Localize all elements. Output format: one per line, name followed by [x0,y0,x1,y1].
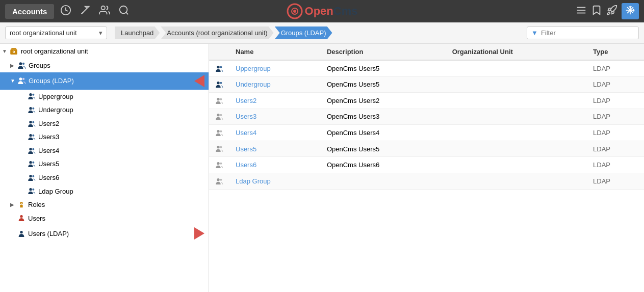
row-name[interactable]: Users2 [229,93,321,109]
tree-item-uppergroup[interactable]: Uppergroup [0,90,209,103]
root-icon [9,46,18,56]
row-org-unit [446,60,587,76]
tree-users-label: Users [28,215,204,222]
tree-panel: ▼ root organizational unit ▶ [0,44,209,292]
tree-item-root[interactable]: ▼ root organizational unit [0,44,209,59]
row-description: OpenCms Users5 [321,60,446,76]
row-org-unit [446,93,587,109]
row-name[interactable]: Users6 [229,157,321,173]
row-name[interactable]: Uppergroup [229,60,321,76]
tree-item-users-ldap[interactable]: Users (LDAP) [0,225,209,242]
row-name[interactable]: Users3 [229,109,321,125]
tree-item-users[interactable]: Users [0,211,209,225]
row-name-link[interactable]: Users4 [236,129,256,137]
tree-root-label: root organizational unit [21,47,204,55]
tree-users6-label: Users6 [38,174,204,181]
toggle-root: ▼ [2,48,9,54]
row-name[interactable]: Users4 [229,125,321,141]
svg-point-22 [13,51,14,52]
rocket-icon[interactable] [606,5,617,18]
toolbar-row: root organizational unit ▾ Launchpad Acc… [0,22,644,44]
row-name-link[interactable]: Users6 [236,161,256,169]
users2-icon [28,119,36,128]
svg-point-46 [20,215,22,218]
svg-point-49 [220,66,222,68]
svg-point-41 [29,188,32,191]
svg-point-3 [101,6,105,9]
row-org-unit [446,109,587,125]
org-unit-select[interactable]: root organizational unit ▾ [5,26,107,39]
row-name[interactable]: Users5 [229,141,321,157]
tree-users2-label: Users2 [38,120,204,127]
row-icon-cell [209,125,229,141]
row-description: OpenCms Users5 [321,141,446,157]
groups-ldap-icon [17,76,26,85]
row-name-link[interactable]: Ldap Group [236,177,271,185]
header-left: Accounts [5,3,132,20]
menu-icon[interactable] [576,5,587,18]
svg-point-28 [32,94,34,96]
tree-item-groups[interactable]: ▶ Groups [0,59,209,72]
wand-icon[interactable] [78,3,93,20]
filter-box: ▼ [527,26,639,39]
svg-point-8 [293,10,296,13]
filter-input[interactable] [541,29,634,37]
row-name-link[interactable]: Uppergroup [236,65,271,72]
history-icon[interactable] [58,3,73,20]
row-org-unit [446,125,587,141]
table-row: Users5OpenCms Users5LDAP [209,141,644,157]
svg-line-2 [82,12,84,14]
row-icon-cell [209,76,229,93]
tree-item-users6[interactable]: Users6 [0,171,209,184]
tree-item-users3[interactable]: Users3 [0,130,209,144]
tree-item-users5[interactable]: Users5 [0,157,209,171]
tree-ldap-group-label: Ldap Group [38,188,204,195]
snowflake-button[interactable] [622,3,639,19]
svg-point-57 [220,130,222,132]
tree-item-users4[interactable]: Users4 [0,144,209,157]
groups-table: Name Description Organizational Unit Typ… [209,44,644,190]
row-type: LDAP [587,76,644,93]
row-name-link[interactable]: Users5 [236,145,256,153]
tree-item-undergroup[interactable]: Undergroup [0,103,209,117]
tree-item-roles[interactable]: ▶ Roles [0,198,209,211]
row-type: LDAP [587,157,644,173]
breadcrumb-accounts[interactable]: Accounts (root organizational unit) [161,26,273,39]
svg-point-63 [220,178,222,180]
row-org-unit [446,141,587,157]
svg-point-33 [29,134,32,137]
breadcrumb-groups-ldap[interactable]: Groups (LDAP) [275,26,332,39]
row-name[interactable]: Ldap Group [229,173,321,189]
svg-point-51 [220,82,222,84]
row-name[interactable]: Undergroup [229,76,321,93]
breadcrumb-launchpad[interactable]: Launchpad [115,26,160,39]
svg-point-61 [220,163,222,165]
tree-item-ldap-group[interactable]: Ldap Group [0,184,209,198]
red-arrow-right [194,75,204,87]
svg-point-54 [217,114,219,116]
table-row: Users6OpenCms Users6LDAP [209,157,644,173]
header: Accounts [0,0,644,22]
table-panel: Name Description Organizational Unit Typ… [209,44,644,292]
users-ldap-icon [17,229,25,238]
users-icon [17,214,25,223]
row-name-link[interactable]: Users2 [236,97,256,104]
svg-point-29 [29,107,32,110]
row-icon-cell [209,157,229,173]
bookmark-icon[interactable] [591,5,602,18]
users4-icon [28,146,36,155]
svg-point-40 [32,175,34,177]
svg-point-47 [20,231,22,233]
tree-item-users2[interactable]: Users2 [0,117,209,130]
accounts-button[interactable]: Accounts [5,4,54,19]
col-icon [209,44,229,60]
search-icon[interactable] [116,3,132,20]
row-name-link[interactable]: Undergroup [236,81,271,88]
people-icon[interactable] [97,3,112,20]
row-icon-cell [209,109,229,125]
row-description: OpenCms Users6 [321,157,446,173]
tree-item-groups-ldap[interactable]: ▼ Groups (LDAP) [0,72,209,90]
tree-users3-label: Users3 [38,133,204,141]
svg-point-48 [217,66,219,68]
row-name-link[interactable]: Users3 [236,113,256,120]
